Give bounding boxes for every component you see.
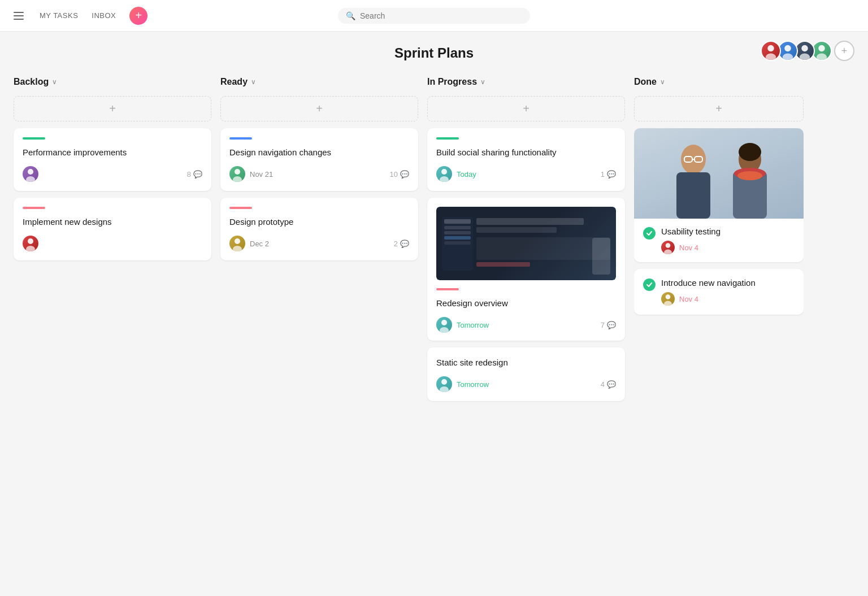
column-in-progress: In Progress ∨ + Build social sharing fun… <box>427 75 625 408</box>
add-button[interactable]: + <box>129 7 147 25</box>
comment-icon: 💬 <box>193 170 202 179</box>
card-social-sharing: Build social sharing functionality Today… <box>427 128 625 191</box>
card-comments: 8 💬 <box>187 170 202 179</box>
card-title: Redesign overview <box>436 297 616 309</box>
done-card-inner: Usability testing Nov 4 <box>643 227 795 254</box>
card-design-navigation: Design navigation changes Nov 21 10 💬 <box>220 128 418 191</box>
svg-point-18 <box>441 320 447 325</box>
card-accent <box>23 137 45 140</box>
card-avatar <box>229 166 245 182</box>
inprogress-chevron[interactable]: ∨ <box>480 78 485 86</box>
ready-chevron[interactable]: ∨ <box>251 78 256 86</box>
card-image-usability <box>634 128 804 219</box>
svg-point-35 <box>664 301 672 306</box>
card-date: Nov 21 <box>250 170 273 179</box>
add-card-ready[interactable]: + <box>220 96 418 121</box>
svg-point-6 <box>818 45 824 51</box>
card-image <box>436 207 616 280</box>
card-footer-left: Dec 2 <box>229 236 269 251</box>
svg-point-0 <box>767 45 774 51</box>
column-title-inprogress: In Progress <box>427 77 477 87</box>
card-design-prototype: Design prototype Dec 2 2 💬 <box>220 198 418 260</box>
svg-point-8 <box>28 169 33 175</box>
column-done: Done ∨ + <box>634 75 804 321</box>
check-icon <box>643 279 656 291</box>
card-content: Usability testing Nov 4 <box>634 219 804 262</box>
card-static-site: Static site redesign Tomorrow 4 💬 <box>427 347 625 401</box>
comment-count: 1 <box>601 170 605 179</box>
add-card-inprogress[interactable]: + <box>427 96 625 121</box>
comment-count: 2 <box>394 240 398 248</box>
svg-point-9 <box>26 176 35 182</box>
svg-point-1 <box>766 54 776 60</box>
card-usability-testing: Usability testing Nov 4 <box>634 128 804 262</box>
my-tasks-link[interactable]: MY TASKS <box>40 11 78 20</box>
add-card-backlog[interactable]: + <box>14 96 211 121</box>
column-title-ready: Ready <box>220 77 248 87</box>
column-header-ready: Ready ∨ <box>220 75 418 89</box>
card-performance-improvements: Performance improvements 8 💬 <box>14 128 211 191</box>
top-navigation: MY TASKS INBOX + 🔍 <box>0 0 868 32</box>
card-footer-left <box>23 166 38 182</box>
svg-point-11 <box>26 246 35 251</box>
add-member-button[interactable]: + <box>834 41 854 61</box>
svg-point-34 <box>666 294 671 299</box>
kanban-board: Backlog ∨ + Performance improvements 8 <box>0 70 868 421</box>
svg-point-16 <box>441 169 447 175</box>
card-comments: 1 💬 <box>601 170 616 179</box>
card-accent <box>436 288 459 290</box>
svg-point-32 <box>666 243 671 248</box>
done-card-footer: Nov 4 <box>661 241 795 254</box>
done-card-title: Usability testing <box>661 227 795 236</box>
column-header-done: Done ∨ <box>634 75 804 89</box>
card-footer: 8 💬 <box>23 166 202 182</box>
done-card-content: Introduce new navigation Nov 4 <box>661 278 795 306</box>
check-icon <box>643 227 656 240</box>
card-title: Design prototype <box>229 216 409 228</box>
card-date: Today <box>457 170 476 179</box>
card-introduce-navigation: Introduce new navigation Nov 4 <box>634 269 804 315</box>
card-comments: 2 💬 <box>394 240 409 248</box>
card-comments: 4 💬 <box>601 380 616 389</box>
done-chevron[interactable]: ∨ <box>660 78 665 86</box>
search-input[interactable] <box>360 11 522 20</box>
svg-point-14 <box>235 238 240 244</box>
svg-point-20 <box>441 379 447 385</box>
add-card-done[interactable]: + <box>634 96 804 121</box>
card-avatar <box>436 376 452 392</box>
svg-point-15 <box>233 246 242 251</box>
card-avatar <box>661 241 675 254</box>
comment-icon: 💬 <box>607 380 616 389</box>
card-accent <box>436 137 459 140</box>
card-accent <box>229 137 252 140</box>
svg-point-12 <box>235 169 240 175</box>
nav-left: MY TASKS INBOX + <box>11 7 147 25</box>
column-header-backlog: Backlog ∨ <box>14 75 211 89</box>
backlog-chevron[interactable]: ∨ <box>52 78 57 86</box>
card-title: Implement new designs <box>23 216 202 228</box>
column-title-done: Done <box>634 77 657 87</box>
column-title-backlog: Backlog <box>14 77 49 87</box>
card-footer-left: Tomorrow <box>436 317 489 333</box>
comment-icon: 💬 <box>607 170 616 179</box>
card-footer: Dec 2 2 💬 <box>229 236 409 251</box>
svg-point-3 <box>783 54 793 60</box>
card-footer: Tomorrow 4 💬 <box>436 376 616 392</box>
card-footer: Today 1 💬 <box>436 166 616 182</box>
page-title: Sprint Plans <box>394 45 474 61</box>
inbox-link[interactable]: INBOX <box>92 11 116 20</box>
hamburger-menu[interactable] <box>11 10 26 22</box>
svg-point-2 <box>784 45 791 51</box>
card-redesign-overview: Redesign overview Tomorrow 7 💬 <box>427 198 625 341</box>
card-footer-left: Nov 21 <box>229 166 273 182</box>
comment-count: 10 <box>390 170 398 179</box>
card-accent <box>229 207 252 209</box>
svg-point-10 <box>28 238 33 244</box>
svg-point-17 <box>440 176 449 182</box>
done-card-inner: Introduce new navigation Nov 4 <box>643 278 795 306</box>
card-accent <box>23 207 45 209</box>
avatar-1[interactable] <box>761 41 781 61</box>
svg-point-13 <box>233 176 242 182</box>
card-avatar <box>436 317 452 333</box>
svg-point-29 <box>739 143 761 161</box>
